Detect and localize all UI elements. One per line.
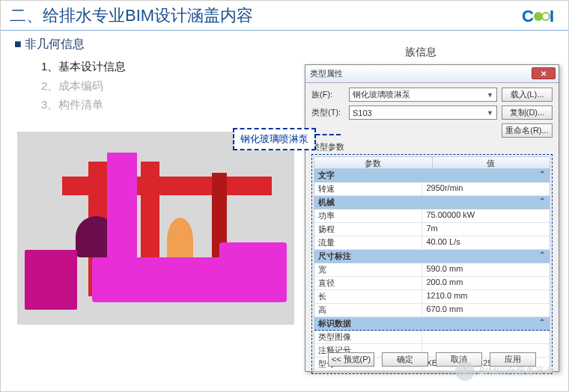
param-table: 文字⌃转速2950r/min机械⌃功率75.00000 kW扬程7m流量40.0…: [314, 169, 550, 372]
param-header: 参数 值: [314, 156, 550, 169]
param-group-header[interactable]: 标识数据⌃: [314, 317, 550, 331]
param-key: 转速: [314, 183, 422, 195]
param-group-header[interactable]: 尺寸标注⌃: [314, 250, 550, 263]
pipe-icon: [107, 153, 137, 265]
param-row[interactable]: 长1210.0 mm: [314, 290, 550, 304]
param-value: [422, 331, 550, 343]
param-value: 200.0 mm: [422, 277, 550, 290]
type-select[interactable]: S103▼: [349, 105, 497, 120]
param-key: 类型图像: [314, 331, 422, 343]
collapse-icon: ⌃: [539, 318, 545, 326]
param-group-header[interactable]: 文字⌃: [314, 169, 550, 183]
chevron-down-icon: ▼: [487, 109, 493, 117]
family-select[interactable]: 钢化玻璃喷淋泵▼: [349, 88, 497, 102]
param-key: 扬程: [314, 223, 422, 236]
pipe-model: [17, 132, 294, 325]
preview-button[interactable]: << 预览(P): [328, 352, 374, 367]
rename-button[interactable]: 重命名(R)...: [502, 123, 553, 138]
section-subtitle: ■ 非几何信息: [14, 37, 555, 52]
param-row[interactable]: 直径200.0 mm: [314, 277, 550, 290]
page-title: 二、给排水专业BIM设计涵盖内容: [10, 4, 253, 27]
param-value: 670.0 mm: [422, 304, 550, 316]
type-properties-dialog: 类型属性 ✕ 族(F): 钢化玻璃喷淋泵▼ 载入(L)... 类型(T): S1…: [305, 64, 559, 372]
param-row[interactable]: 类型图像: [314, 331, 550, 344]
load-button[interactable]: 载入(L)...: [502, 88, 553, 102]
type-params-label: 类型参数: [311, 141, 553, 153]
equipment-icon: [25, 250, 77, 310]
logo: C I: [522, 7, 555, 26]
type-label: 类型(T):: [311, 107, 349, 118]
param-value: 7m: [422, 223, 550, 236]
dialog-title: 类型属性: [310, 68, 343, 79]
param-row[interactable]: 扬程7m: [314, 223, 550, 236]
watermark: ✦ BIM综合服务平台: [455, 361, 555, 381]
param-row[interactable]: 流量40.00 L/s: [314, 236, 550, 250]
ok-button[interactable]: 确定: [382, 352, 428, 367]
family-label: 族(F):: [311, 89, 349, 100]
param-key: 长: [314, 290, 422, 303]
param-row[interactable]: 高670.0 mm: [314, 304, 550, 317]
chevron-down-icon: ▼: [487, 91, 493, 99]
model-viewport[interactable]: [17, 132, 294, 325]
param-row[interactable]: 转速2950r/min: [314, 183, 550, 196]
collapse-icon: ⌃: [539, 197, 545, 205]
close-button[interactable]: ✕: [532, 67, 556, 79]
collapse-icon: ⌃: [539, 170, 545, 178]
wechat-icon: ✦: [455, 361, 475, 381]
param-row[interactable]: 功率75.00000 kW: [314, 209, 550, 223]
param-value: 1210.0 mm: [422, 290, 550, 303]
param-value: 590.0 mm: [422, 263, 550, 276]
param-row[interactable]: 宽590.0 mm: [314, 263, 550, 277]
param-key: 宽: [314, 263, 422, 276]
param-group-header[interactable]: 机械⌃: [314, 196, 550, 209]
param-value: 75.00000 kW: [422, 209, 550, 222]
slide-header: 二、给排水专业BIM设计涵盖内容 C I: [1, 1, 568, 31]
pipe-icon: [219, 242, 287, 265]
close-icon: ✕: [541, 70, 547, 78]
param-key: 流量: [314, 236, 422, 249]
param-value: 40.00 L/s: [422, 236, 550, 249]
param-key: 功率: [314, 209, 422, 222]
param-value: 2950r/min: [422, 183, 550, 195]
col-param: 参数: [314, 157, 433, 168]
param-key: 高: [314, 304, 422, 316]
collapse-icon: ⌃: [539, 251, 545, 259]
tank-icon: [167, 218, 193, 263]
param-key: 直径: [314, 277, 422, 290]
copy-button[interactable]: 复制(D)...: [502, 105, 553, 120]
callout-label: 钢化玻璃喷淋泵: [233, 128, 316, 150]
family-info-label: 族信息: [405, 46, 436, 59]
col-value: 值: [433, 157, 550, 168]
param-box: 参数 值 文字⌃转速2950r/min机械⌃功率75.00000 kW扬程7m流…: [311, 154, 553, 374]
dialog-titlebar[interactable]: 类型属性 ✕: [305, 65, 559, 83]
